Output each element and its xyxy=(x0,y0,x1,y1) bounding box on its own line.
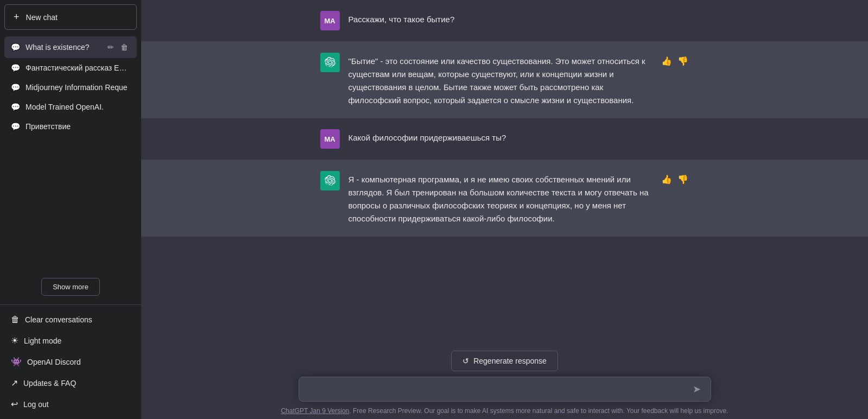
send-button[interactable]: ➤ xyxy=(690,383,703,395)
sidebar-bottom-item-faq[interactable]: ↗Updates & FAQ xyxy=(4,372,137,393)
chat-bubble-icon: 💬 xyxy=(11,64,20,72)
edit-conversation-button[interactable]: ✏ xyxy=(105,42,116,53)
message-text: Какой философии придерживаешься ты? xyxy=(349,129,689,144)
conversation-label: Midjourney Information Reque xyxy=(26,83,130,92)
plus-icon: + xyxy=(14,11,20,23)
conversation-item[interactable]: 💬Midjourney Information Reque xyxy=(4,78,137,97)
message-row-user: MAРасскажи, что такое бытие? xyxy=(141,0,868,42)
openai-logo xyxy=(325,57,335,68)
conversation-label: Model Trained OpenAI. xyxy=(26,103,130,111)
assistant-avatar xyxy=(320,53,340,72)
footer-note: ChatGPT Jan 9 Version. Free Research Pre… xyxy=(281,407,728,415)
message-row-assistant: "Бытие" - это состояние или качество сущ… xyxy=(141,42,868,118)
chat-input[interactable] xyxy=(307,383,685,396)
new-chat-button[interactable]: + New chat xyxy=(4,4,137,30)
regenerate-label: Regenerate response xyxy=(473,357,547,365)
sidebar-bottom: 🗑Clear conversations☀Light mode👾OpenAI D… xyxy=(0,304,141,419)
message-actions: 👍👎 xyxy=(660,171,689,186)
sidebar-bottom-label: OpenAI Discord xyxy=(27,358,81,366)
sidebar-bottom-label: Updates & FAQ xyxy=(23,379,76,388)
clear-icon: 🗑 xyxy=(11,315,20,325)
thumbs-down-button[interactable]: 👎 xyxy=(676,173,689,186)
message-text: Расскажи, что такое бытие? xyxy=(349,11,689,26)
sidebar-bottom-label: Light mode xyxy=(24,337,61,345)
conversation-label: Фантастический рассказ Енот xyxy=(26,64,130,72)
message-actions: 👍👎 xyxy=(660,53,689,67)
logout-icon: ↩ xyxy=(11,399,18,409)
user-avatar: MA xyxy=(320,129,340,149)
message-text: Я - компьютерная программа, и я не имею … xyxy=(349,171,651,225)
message-row-assistant: Я - компьютерная программа, и я не имею … xyxy=(141,160,868,237)
thumbs-up-button[interactable]: 👍 xyxy=(660,173,673,186)
conversation-item[interactable]: 💬Model Trained OpenAI. xyxy=(4,97,137,117)
sidebar-bottom-label: Clear conversations xyxy=(25,315,92,324)
thumbs-up-button[interactable]: 👍 xyxy=(660,55,673,67)
show-more-button[interactable]: Show more xyxy=(41,278,100,296)
conversations-list: 💬What is existence?✏🗑💬Фантастический рас… xyxy=(0,34,141,271)
thumbs-down-button[interactable]: 👎 xyxy=(676,55,689,67)
sidebar: + New chat 💬What is existence?✏🗑💬Фантаст… xyxy=(0,0,141,419)
sidebar-bottom-label: Log out xyxy=(23,400,49,409)
chat-footer: ↺ Regenerate response ➤ ChatGPT Jan 9 Ve… xyxy=(141,342,868,419)
delete-conversation-button[interactable]: 🗑 xyxy=(118,42,130,53)
conversation-label: Приветствие xyxy=(26,122,130,131)
regenerate-icon: ↺ xyxy=(462,357,469,365)
conversation-item[interactable]: 💬Приветствие xyxy=(4,117,137,136)
conversation-actions: ✏🗑 xyxy=(105,42,130,53)
sidebar-bottom-item-logout[interactable]: ↩Log out xyxy=(4,393,137,415)
message-text: "Бытие" - это состояние или качество сущ… xyxy=(349,53,651,107)
light-icon: ☀ xyxy=(11,335,18,346)
assistant-avatar xyxy=(320,171,340,191)
sidebar-bottom-item-light[interactable]: ☀Light mode xyxy=(4,330,137,351)
conversation-label: What is existence? xyxy=(26,43,100,52)
message-row-user: MAКакой философии придерживаешься ты? xyxy=(141,118,868,160)
chat-bubble-icon: 💬 xyxy=(11,43,20,52)
conversation-item[interactable]: 💬What is existence?✏🗑 xyxy=(4,36,137,58)
chat-bubble-icon: 💬 xyxy=(11,122,20,131)
sidebar-bottom-item-discord[interactable]: 👾OpenAI Discord xyxy=(4,351,137,372)
chat-bubble-icon: 💬 xyxy=(11,103,20,111)
footer-link[interactable]: ChatGPT Jan 9 Version xyxy=(281,407,349,415)
faq-icon: ↗ xyxy=(11,378,18,388)
chat-main: MAРасскажи, что такое бытие?"Бытие" - эт… xyxy=(141,0,868,419)
user-avatar: MA xyxy=(320,11,340,30)
new-chat-label: New chat xyxy=(26,13,58,22)
send-icon: ➤ xyxy=(693,383,701,395)
chat-bubble-icon: 💬 xyxy=(11,83,20,92)
input-row: ➤ xyxy=(299,377,711,402)
openai-logo xyxy=(325,175,335,186)
regenerate-button[interactable]: ↺ Regenerate response xyxy=(451,351,558,371)
sidebar-bottom-item-clear[interactable]: 🗑Clear conversations xyxy=(4,309,137,330)
messages-area: MAРасскажи, что такое бытие?"Бытие" - эт… xyxy=(141,0,868,342)
discord-icon: 👾 xyxy=(11,357,22,367)
conversation-item[interactable]: 💬Фантастический рассказ Енот xyxy=(4,58,137,78)
